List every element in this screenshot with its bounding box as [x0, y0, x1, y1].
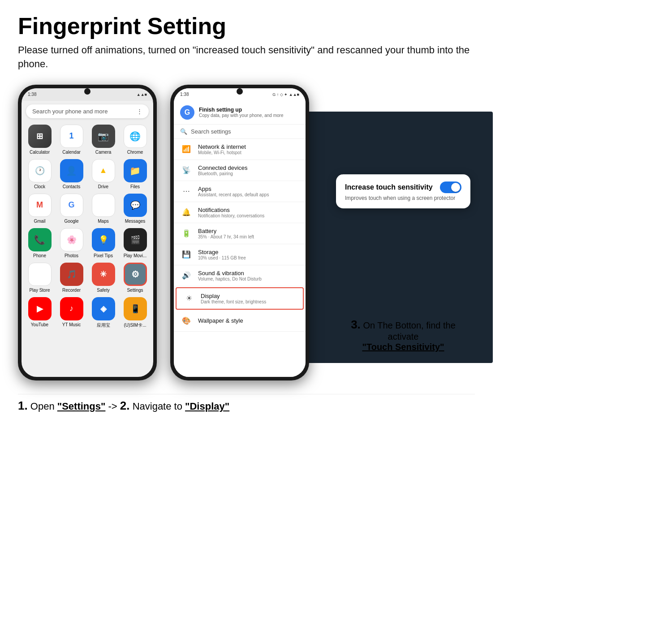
app-label: Safety	[97, 288, 109, 293]
app-messages[interactable]: 💬 Messages	[121, 194, 149, 224]
settings-network[interactable]: 📶 Network & internet Mobile, Wi-Fi, hots…	[174, 139, 306, 160]
phone1-container: 1:38 ▲▲■ Search your phone and more ⋮	[18, 85, 157, 380]
phone2-container: 1:38 G ↑ ◇ ✦ ▲▲■ G Finish setting up Cop…	[170, 85, 309, 380]
instruction-1-bold: "Settings"	[57, 401, 106, 412]
settings-storage[interactable]: 💾 Storage 10% used · 115 GB free	[174, 244, 306, 265]
bottom-instruction: 1. Open "Settings" -> 2. Navigate to "Di…	[18, 394, 475, 417]
app-files[interactable]: 📁 Files	[121, 159, 149, 189]
app-settings[interactable]: ⚙ Settings	[121, 263, 149, 293]
app-recorder[interactable]: 🎵 Recorder	[58, 263, 85, 293]
settings-apps[interactable]: ⋯ Apps Assistant, recent apps, default a…	[174, 181, 306, 202]
app-label: Google	[64, 219, 78, 224]
app-label: (U)SIM卡...	[124, 322, 146, 328]
finish-text: Finish setting up Copy data, pay with yo…	[199, 107, 283, 118]
app-photos[interactable]: 🌸 Photos	[58, 228, 85, 258]
app-contacts[interactable]: 👤 Contacts	[58, 159, 85, 189]
battery-icon: 🔋	[180, 227, 193, 240]
app-gmail[interactable]: M Gmail	[26, 194, 53, 224]
app-label: Gmail	[34, 219, 45, 224]
app-drive[interactable]: ▲ Drive	[90, 159, 117, 189]
phones-section: 1:38 ▲▲■ Search your phone and more ⋮	[18, 85, 475, 380]
settings-notifications[interactable]: 🔔 Notifications Notification history, co…	[174, 202, 306, 223]
bell-icon: 🔔	[180, 206, 193, 219]
messages-icon: 💬	[124, 194, 147, 217]
phone1-screen: 1:38 ▲▲■ Search your phone and more ⋮	[22, 88, 153, 377]
app-label: Play Store	[29, 288, 50, 293]
settings-text-storage: Storage 10% used · 115 GB free	[198, 249, 246, 260]
settings-wallpaper[interactable]: 🎨 Wallpaper & style	[174, 311, 306, 332]
yt-music-icon: ♪	[60, 297, 83, 320]
app-maps[interactable]: 🗺 Maps	[90, 194, 117, 224]
page-subtitle: Please turned off animations, turned on …	[18, 43, 475, 71]
contacts-icon: 👤	[60, 159, 83, 182]
app-label: YouTube	[31, 322, 48, 327]
recorder-icon: 🎵	[60, 263, 83, 286]
app-label: Chrome	[127, 150, 143, 155]
app-label: Recorder	[62, 288, 81, 293]
app-label: Messages	[125, 219, 146, 224]
touch-sensitivity-card: Increase touch sensitivity Improves touc…	[336, 174, 470, 208]
app-safety[interactable]: ✳ Safety	[90, 263, 117, 293]
phone1-notch	[84, 88, 90, 95]
google-icon: G	[60, 194, 83, 217]
settings-search[interactable]: 🔍 Search settings	[174, 125, 306, 139]
step3-text: 3. On The Botton, find the activate "Tou…	[336, 318, 470, 352]
app-label: Play Movi...	[124, 253, 147, 258]
calculator-icon: ⊞	[28, 125, 52, 148]
calendar-icon: 1	[60, 125, 83, 148]
instruction-2-num: 2.	[120, 399, 130, 412]
instruction-2-text: Navigate to	[133, 401, 185, 412]
menu-icon: ⋮	[137, 108, 142, 115]
phone1-search-bar[interactable]: Search your phone and more ⋮	[26, 104, 149, 118]
drive-icon: ▲	[92, 159, 115, 182]
app-calculator[interactable]: ⊞ Calculator	[26, 125, 53, 155]
settings-text-network: Network & internet Mobile, Wi-Fi, hotspo…	[198, 143, 246, 155]
finish-title: Finish setting up	[199, 107, 283, 113]
settings-text-battery: Battery 35% · About 7 hr, 34 min left	[198, 228, 254, 239]
app-sim[interactable]: 📱 (U)SIM卡...	[121, 297, 149, 328]
settings-battery[interactable]: 🔋 Battery 35% · About 7 hr, 34 min left	[174, 223, 306, 244]
app-label: Maps	[98, 219, 108, 224]
app-clock[interactable]: 🕐 Clock	[26, 159, 53, 189]
app-label: Settings	[127, 288, 143, 293]
app-label: Camera	[95, 150, 112, 155]
touch-card-subtitle: Improves touch when using a screen prote…	[345, 195, 461, 201]
app-calendar[interactable]: 1 Calendar	[58, 125, 85, 155]
app-play-store[interactable]: ▷ Play Store	[26, 263, 53, 293]
phone1-app-grid: ⊞ Calculator 1 Calendar 📷 Camera 🌐	[22, 122, 153, 331]
toggle-switch[interactable]	[440, 182, 461, 193]
app-yt-music[interactable]: ♪ YT Music	[58, 297, 85, 328]
camera-icon: 📷	[92, 125, 115, 148]
finish-sub: Copy data, pay with your phone, and more	[199, 113, 283, 118]
phone2-notch	[237, 88, 243, 95]
settings-display[interactable]: ☀ Display Dark theme, font size, brightn…	[176, 287, 304, 310]
wifi-icon: 📶	[180, 143, 193, 156]
app-label: Phone	[33, 253, 46, 258]
app-tips[interactable]: 💡 Pixel Tips	[90, 228, 117, 258]
instruction-2-bold: "Display"	[185, 401, 229, 412]
g-logo: G	[180, 105, 194, 120]
app-phone[interactable]: 📞 Phone	[26, 228, 53, 258]
app-youtube[interactable]: ▶ YouTube	[26, 297, 53, 328]
app-store-icon: ◈	[92, 297, 115, 320]
finish-setup[interactable]: G Finish setting up Copy data, pay with …	[174, 101, 306, 125]
settings-text-notifications: Notifications Notification history, conv…	[198, 207, 264, 218]
sim-icon: 📱	[124, 297, 147, 320]
settings-sound[interactable]: 🔊 Sound & vibration Volume, haptics, Do …	[174, 265, 306, 286]
storage-icon: 💾	[180, 248, 193, 261]
app-app-store[interactable]: ◈ 应用宝	[90, 297, 117, 328]
touch-card-header: Increase touch sensitivity	[345, 182, 461, 193]
phone2-status-icons: G ↑ ◇ ✦ ▲▲■	[272, 92, 299, 97]
app-camera[interactable]: 📷 Camera	[90, 125, 117, 155]
play-store-icon: ▷	[28, 263, 52, 286]
app-chrome[interactable]: 🌐 Chrome	[121, 125, 149, 155]
phone1-time: 1:38	[28, 92, 36, 97]
app-google[interactable]: G Google	[58, 194, 85, 224]
phone2-frame: 1:38 G ↑ ◇ ✦ ▲▲■ G Finish setting up Cop…	[170, 85, 309, 380]
signal-icon: ▲▲■	[137, 92, 147, 97]
phone-icon: 📞	[28, 228, 52, 251]
photos-icon: 🌸	[60, 228, 83, 251]
settings-connected[interactable]: 📡 Connected devices Bluetooth, pairing	[174, 160, 306, 181]
app-play-movies[interactable]: 🎬 Play Movi...	[121, 228, 149, 258]
chrome-icon: 🌐	[124, 125, 147, 148]
